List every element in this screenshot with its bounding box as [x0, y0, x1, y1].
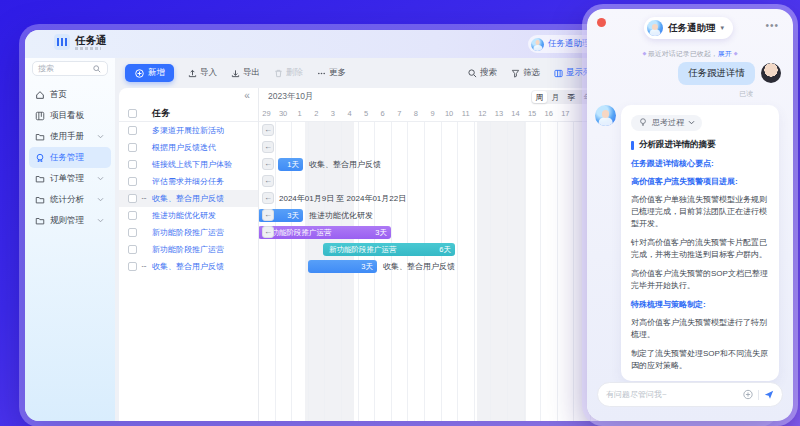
jump-to-bar-arrow[interactable]: ← — [262, 124, 274, 136]
row-checkbox[interactable] — [128, 177, 137, 186]
sidebar-item-label: 使用手册 — [50, 131, 90, 143]
date-tick: 8 — [407, 105, 424, 122]
toolbar-right: 搜索 筛选 显示列 — [467, 58, 592, 88]
task-row-left: 根据用户反馈迭代 — [119, 139, 258, 156]
assistant-title-button[interactable]: 任务通助理 ▾ — [644, 17, 733, 39]
task-row-left: 新功能阶段推广运营 — [119, 224, 258, 241]
gantt-bar[interactable]: 新功能阶段推广运营6天 — [323, 243, 455, 256]
row-checkbox[interactable] — [128, 160, 137, 169]
sidebar-item-label: 首页 — [50, 89, 105, 101]
attach-plus-icon[interactable] — [743, 390, 753, 400]
view-mode-季[interactable]: 季 — [564, 91, 579, 103]
bar-duration-label: 3天 — [375, 226, 387, 239]
gantt-bar[interactable]: 3天 — [308, 260, 377, 273]
date-tick: 14 — [507, 105, 524, 122]
sidebar-item-7[interactable]: 规则管理 — [29, 210, 111, 231]
task-row-left: 推进功能优化研发 — [119, 207, 258, 224]
task-row: ···收集、整合用户反馈3天收集、整合用户反馈 — [119, 258, 769, 275]
column-divider — [258, 88, 259, 421]
screen: 任务通 任务通助理 搜索 首页项目看板使用手册任务管理订单管理统计分析规则管理 — [0, 0, 800, 426]
task-name-link[interactable]: 根据用户反馈迭代 — [152, 142, 216, 153]
assistant-paragraph: 对高价值客户流失预警模型进行了特别梳理。 — [631, 317, 769, 341]
row-checkbox[interactable] — [128, 211, 137, 220]
row-more-button[interactable]: ··· — [141, 194, 146, 203]
task-name-link[interactable]: 新功能阶段推广运营 — [152, 244, 224, 255]
jump-to-bar-arrow[interactable]: ← — [262, 158, 274, 170]
assistant-avatar-icon — [647, 20, 663, 36]
import-button[interactable]: 导入 — [187, 67, 217, 79]
task-name-link[interactable]: 收集、整合用户反馈 — [152, 261, 224, 272]
more-button[interactable]: 更多 — [316, 67, 346, 79]
home-icon — [35, 90, 45, 100]
folder-icon — [35, 216, 45, 226]
row-checkbox[interactable] — [128, 126, 137, 135]
gantt-month-label: 2023年10月 — [268, 88, 313, 105]
jump-to-bar-arrow[interactable]: ← — [262, 192, 274, 204]
bar-after-label: 推进功能优化研发 — [309, 207, 373, 224]
task-column-header: 任务 — [152, 105, 170, 122]
sidebar-item-1[interactable]: 首页 — [29, 84, 111, 105]
jump-to-bar-arrow[interactable]: ← — [262, 209, 274, 221]
filter-button[interactable]: 筛选 — [510, 67, 540, 79]
sidebar-item-5[interactable]: 订单管理 — [29, 168, 111, 189]
row-checkbox[interactable] — [128, 228, 137, 237]
date-tick: 16 — [540, 105, 557, 122]
jump-to-bar-arrow[interactable]: ← — [262, 141, 274, 153]
display-columns-button[interactable]: 显示列 — [553, 67, 592, 79]
add-button[interactable]: 新增 — [125, 64, 174, 82]
chevron-down-icon — [95, 174, 105, 184]
date-tick: 17 — [557, 105, 574, 122]
bar-duration-label: 3天 — [287, 209, 299, 222]
folder-icon — [35, 132, 45, 142]
sidebar-item-4[interactable]: 任务管理 — [29, 147, 111, 168]
row-checkbox[interactable] — [128, 143, 137, 152]
assistant-entry-label: 任务通助理 — [548, 38, 591, 50]
expand-history-link[interactable]: 展开 — [718, 50, 732, 57]
jump-to-bar-arrow[interactable]: ← — [262, 226, 274, 238]
logo-icon — [54, 34, 70, 50]
table-search-button[interactable]: 搜索 — [467, 67, 497, 79]
sidebar-item-3[interactable]: 使用手册 — [29, 126, 111, 147]
gantt-rows: 多渠道开展拉新活动←根据用户反馈迭代←链接线上线下用户体验←1天收集、整合用户反… — [119, 122, 769, 275]
task-name-link[interactable]: 收集、整合用户反馈 — [152, 193, 224, 204]
search-placeholder: 搜索 — [38, 63, 54, 74]
select-all-checkbox[interactable] — [128, 109, 137, 118]
row-checkbox[interactable] — [128, 262, 137, 271]
sidebar-search-input[interactable]: 搜索 — [32, 61, 108, 76]
gantt-bar[interactable]: 新功能阶段推广运营3天 — [258, 226, 391, 239]
task-name-link[interactable]: 推进功能优化研发 — [152, 210, 216, 221]
delete-button[interactable]: 删除 — [273, 67, 303, 79]
jump-to-bar-arrow[interactable]: ← — [262, 175, 274, 187]
bar-after-label: 收集、整合用户反馈 — [383, 258, 455, 275]
task-name-link[interactable]: 多渠道开展拉新活动 — [152, 125, 224, 136]
collapse-panel-button[interactable]: « — [240, 88, 254, 105]
chat-input[interactable]: 有问题尽管问我~ — [597, 382, 783, 407]
sidebar: 搜索 首页项目看板使用手册任务管理订单管理统计分析规则管理 — [25, 58, 115, 421]
columns-icon — [553, 68, 563, 78]
sidebar-item-2[interactable]: 项目看板 — [29, 105, 111, 126]
gantt-bar[interactable]: 1天 — [278, 158, 303, 171]
bar-duration-label: 1天 — [287, 158, 299, 171]
history-notice: ◆ 最近对话记录已收起，展开 ◆ — [587, 49, 793, 59]
delete-button-label: 删除 — [286, 67, 303, 79]
task-name-link[interactable]: 链接线上线下用户体验 — [152, 159, 232, 170]
row-checkbox[interactable] — [128, 194, 137, 203]
badge-icon — [35, 153, 45, 163]
task-name-link[interactable]: 评估需求并细分任务 — [152, 176, 224, 187]
date-tick: 5 — [358, 105, 375, 122]
sidebar-item-6[interactable]: 统计分析 — [29, 189, 111, 210]
view-mode-月[interactable]: 月 — [548, 91, 563, 103]
task-name-link[interactable]: 新功能阶段推广运营 — [152, 227, 224, 238]
send-icon[interactable] — [764, 390, 774, 400]
row-checkbox[interactable] — [128, 245, 137, 254]
export-button[interactable]: 导出 — [230, 67, 260, 79]
bar-inside-label: 新功能阶段推广运营 — [264, 226, 332, 239]
chevron-down-icon — [95, 195, 105, 205]
close-button[interactable] — [597, 18, 606, 27]
history-notice-text: 最近对话记录已收起， — [648, 50, 718, 57]
assistant-paragraph: 制定了流失预警处理SOP和不同流失原因的应对策略。 — [631, 348, 769, 372]
bar-duration-label: 6天 — [439, 243, 451, 256]
row-more-button[interactable]: ··· — [141, 262, 146, 271]
view-mode-周[interactable]: 周 — [532, 91, 547, 103]
panel-more-button[interactable]: ••• — [765, 20, 779, 31]
